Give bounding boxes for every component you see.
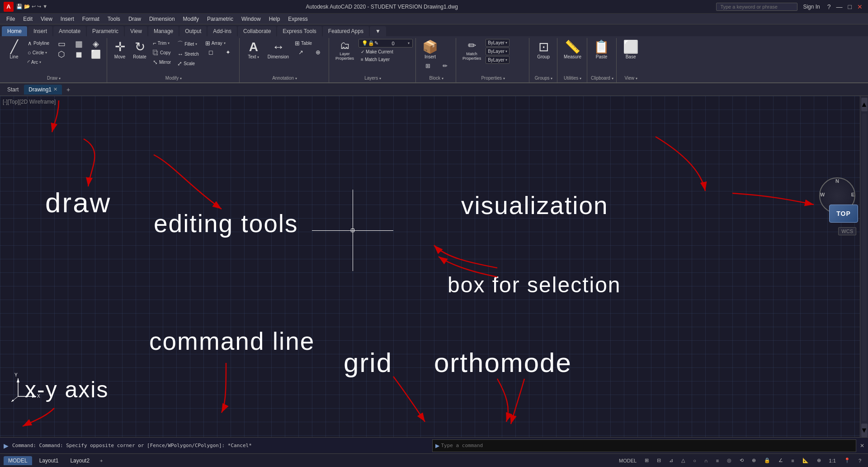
insert-button[interactable]: 📦 Insert: [420, 39, 441, 61]
menu-view[interactable]: View: [37, 15, 56, 23]
copy-button[interactable]: ⿻ Copy: [151, 48, 173, 57]
menu-express[interactable]: Express: [284, 15, 311, 23]
rotate-button[interactable]: ↻ Rotate: [130, 39, 150, 61]
mirror-button[interactable]: ⤡ Mirror: [151, 58, 173, 67]
tab-output[interactable]: Output: [179, 26, 207, 36]
maximize-button[interactable]: □: [846, 3, 854, 10]
group-button[interactable]: ⊡ Group: [533, 39, 554, 61]
center-mark-button[interactable]: ⊕: [310, 48, 326, 56]
linetype-dropdown[interactable]: ByLayer ▾: [486, 48, 509, 55]
leader-button[interactable]: ↗: [292, 48, 309, 56]
otrack-button[interactable]: ○: [690, 457, 699, 465]
menu-parametric[interactable]: Parametric: [203, 15, 237, 23]
layout1-tab[interactable]: Layout1: [35, 456, 63, 465]
tab-view[interactable]: View: [125, 26, 147, 36]
quick-access-toolbar[interactable]: 💾 📂 ↩ ↪ ▼: [16, 4, 47, 10]
tab-more[interactable]: ▼: [370, 26, 386, 36]
isodraft-button[interactable]: ⊕: [814, 456, 824, 465]
isolate-objects-button[interactable]: ?: [855, 457, 864, 465]
add-layout-button[interactable]: +: [97, 457, 106, 465]
table-button[interactable]: ⊞ Table: [292, 39, 326, 48]
block-editor-button[interactable]: ✏: [437, 62, 453, 70]
tab-addins[interactable]: Add-ins: [208, 26, 237, 36]
viewport-scale-button[interactable]: 1:1: [826, 457, 839, 465]
region-button[interactable]: ◼: [71, 49, 87, 59]
search-input[interactable]: [716, 3, 797, 11]
create-block-button[interactable]: ⊞: [420, 62, 436, 70]
rect-button[interactable]: ▭: [53, 39, 70, 49]
array-button[interactable]: ⊞ Array ▾: [203, 39, 236, 48]
cmd-close-btn[interactable]: ✕: [860, 443, 864, 449]
scale-button[interactable]: ⤢ Scale: [175, 59, 201, 68]
dimension-button[interactable]: ↔ Dimension: [265, 39, 292, 61]
osnap-button[interactable]: △: [678, 456, 688, 465]
top-view-button[interactable]: TOP: [829, 205, 858, 223]
units-button[interactable]: 📐: [799, 456, 812, 465]
menu-insert[interactable]: Insert: [57, 15, 78, 23]
explode-button[interactable]: ✦: [220, 48, 236, 56]
menu-window[interactable]: Window: [238, 15, 264, 23]
paste-button[interactable]: 📋 Paste: [591, 39, 612, 61]
hardware-accel-button[interactable]: 📍: [841, 456, 854, 465]
ducs-button[interactable]: ∩: [701, 457, 711, 465]
arc-button[interactable]: ◜ Arc ▾: [25, 58, 52, 67]
menu-tools[interactable]: Tools: [104, 15, 124, 23]
menu-help[interactable]: Help: [265, 15, 284, 23]
sel-cycling-button[interactable]: ⊕: [749, 456, 759, 465]
make-current-button[interactable]: ✓ Make Current: [359, 48, 413, 55]
fillet-button[interactable]: ⌒ Fillet ▾: [175, 39, 201, 49]
gradient-button[interactable]: ◈: [88, 39, 104, 49]
tab-featuredapps[interactable]: Featured Apps: [323, 26, 369, 36]
boundary-button[interactable]: ⬡: [53, 49, 70, 59]
model-tab[interactable]: MODEL: [4, 456, 32, 465]
ws-button[interactable]: ≡: [788, 457, 797, 465]
tab-home[interactable]: Home: [2, 26, 27, 36]
match-properties-button[interactable]: ✏ MatchProperties: [460, 39, 484, 62]
base-button[interactable]: ⬜ Base: [620, 39, 642, 61]
lineweight-dropdown[interactable]: ByLayer ▾: [486, 56, 509, 64]
stretch-button[interactable]: ↔ Stretch: [175, 50, 201, 58]
help-button[interactable]: ?: [826, 3, 833, 10]
erase-button[interactable]: ◻: [203, 48, 219, 56]
measure-button[interactable]: 📏 Measure: [561, 39, 584, 61]
model-space-button[interactable]: MODEL: [616, 457, 640, 465]
menu-edit[interactable]: Edit: [19, 15, 36, 23]
menu-draw[interactable]: Draw: [125, 15, 145, 23]
trim-button[interactable]: ⌐ Trim ▾: [151, 39, 173, 48]
layer-dropdown[interactable]: 💡🔒✎ 0 ▾: [359, 39, 413, 48]
cmd-input-area[interactable]: ▶: [432, 439, 857, 452]
menu-format[interactable]: Format: [79, 15, 103, 23]
text-button[interactable]: A Text ▾: [243, 39, 264, 61]
right-scrollbar[interactable]: ▲ ▼: [860, 96, 868, 437]
menu-dimension[interactable]: Dimension: [146, 15, 179, 23]
grid-button[interactable]: ⊞: [642, 456, 652, 465]
polar-button[interactable]: ⊿: [666, 456, 676, 465]
tab-annotate[interactable]: Annotate: [53, 26, 86, 36]
layer-properties-button[interactable]: 🗂 LayerProperties: [333, 39, 357, 62]
minimize-button[interactable]: —: [835, 3, 844, 10]
polyline-button[interactable]: ∧ Polyline: [25, 39, 52, 48]
start-tab[interactable]: Start: [3, 85, 23, 95]
tab-expresstools[interactable]: Express Tools: [277, 26, 321, 36]
layout2-tab[interactable]: Layout2: [66, 456, 94, 465]
qp-button[interactable]: ⟲: [736, 456, 747, 465]
new-tab-button[interactable]: +: [63, 84, 74, 95]
drawing1-tab[interactable]: Drawing1 ✕: [24, 85, 62, 95]
close-button[interactable]: ✕: [855, 3, 864, 10]
menu-file[interactable]: File: [3, 15, 19, 23]
lweight-button[interactable]: ≡: [713, 457, 722, 465]
sign-in-button[interactable]: Sign In: [799, 4, 823, 10]
move-button[interactable]: ✛ Move: [111, 39, 129, 61]
anno-visible-button[interactable]: ∠: [775, 456, 786, 465]
transparency-button[interactable]: ◎: [724, 456, 735, 465]
circle-button[interactable]: ○ Circle ▾: [25, 48, 52, 57]
tab-manage[interactable]: Manage: [148, 26, 179, 36]
scroll-up-button[interactable]: ▲: [861, 98, 868, 111]
drawing1-tab-close[interactable]: ✕: [53, 86, 57, 92]
scroll-down-button[interactable]: ▼: [861, 424, 868, 437]
wipeout-button[interactable]: ⬜: [88, 49, 104, 59]
tab-insert[interactable]: Insert: [28, 26, 52, 36]
cmd-expand-icon[interactable]: ▶: [4, 442, 9, 449]
annotate-scale-button[interactable]: 🔒: [761, 456, 774, 465]
match-layer-button[interactable]: ≡ Match Layer: [359, 56, 413, 63]
